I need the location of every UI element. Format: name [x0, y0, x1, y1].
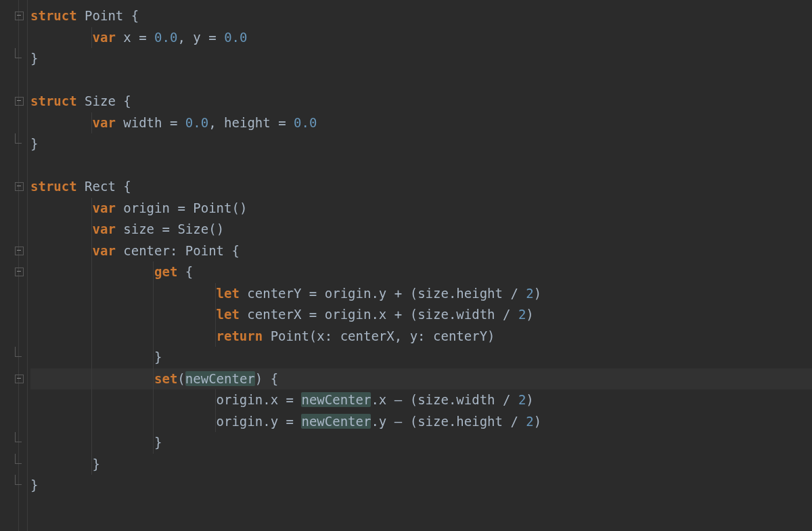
- code-line[interactable]: }: [30, 475, 812, 496]
- indent: [30, 115, 93, 130]
- fold-toggle-icon[interactable]: [15, 268, 24, 276]
- code-line[interactable]: }: [30, 133, 812, 155]
- gutter-row[interactable]: [0, 261, 27, 283]
- gutter-row[interactable]: [0, 27, 27, 49]
- gutter-row[interactable]: [0, 70, 27, 91]
- number-literal: 0.0: [224, 30, 247, 45]
- gutter-row[interactable]: [0, 283, 27, 305]
- gutter-row[interactable]: [0, 475, 27, 496]
- punctuation: .: [371, 286, 378, 301]
- punctuation: {: [271, 371, 278, 386]
- operator: +: [394, 286, 402, 301]
- code-line[interactable]: [30, 155, 812, 177]
- code-line[interactable]: return Point(x: centerX, y: centerY): [30, 326, 812, 347]
- gutter-row[interactable]: [0, 326, 27, 347]
- indent-guide: [91, 304, 92, 326]
- code-line[interactable]: }: [30, 347, 812, 368]
- code-line[interactable]: var origin = Point(): [30, 198, 812, 219]
- indent: [30, 349, 154, 364]
- code-line[interactable]: }: [30, 432, 812, 454]
- indent: [30, 200, 93, 215]
- punctuation: }: [30, 136, 38, 151]
- gutter-row[interactable]: [0, 198, 27, 219]
- punctuation: (): [208, 221, 224, 236]
- gutter-row[interactable]: [0, 176, 27, 198]
- indent-guide: [153, 411, 154, 433]
- gutter-row[interactable]: [0, 155, 27, 177]
- identifier: x: [123, 30, 131, 45]
- gutter-row[interactable]: [0, 240, 27, 262]
- fold-toggle-icon[interactable]: [15, 375, 24, 383]
- gutter-row[interactable]: [0, 219, 27, 240]
- code-line[interactable]: set(newCenter) {: [30, 368, 812, 390]
- gutter-row[interactable]: [0, 411, 27, 433]
- indent: [30, 264, 154, 279]
- code-line[interactable]: var width = 0.0, height = 0.0: [30, 112, 812, 134]
- gutter-row[interactable]: [0, 454, 27, 475]
- code-line[interactable]: struct Size {: [30, 91, 812, 112]
- punctuation: ): [255, 371, 263, 386]
- fold-end-icon: [15, 438, 22, 446]
- keyword: struct: [30, 8, 77, 23]
- indent-guide: [153, 326, 154, 347]
- highlighted-identifier: newCenter: [301, 414, 371, 429]
- code-area[interactable]: struct Point { var x = 0.0, y = 0.0}stru…: [28, 0, 812, 531]
- indent: [30, 328, 217, 343]
- code-line[interactable]: }: [30, 48, 812, 70]
- code-line[interactable]: struct Point {: [30, 5, 812, 27]
- punctuation: ,: [208, 115, 216, 130]
- indent-guide: [153, 304, 154, 326]
- gutter-row[interactable]: [0, 347, 27, 368]
- code-line[interactable]: let centerX = origin.x + (size.width / 2…: [30, 304, 812, 326]
- type-name: Rect: [85, 179, 116, 194]
- gutter-row[interactable]: [0, 368, 27, 390]
- gutter-row[interactable]: [0, 48, 27, 70]
- identifier: width: [456, 307, 495, 322]
- code-line[interactable]: var x = 0.0, y = 0.0: [30, 27, 812, 49]
- operator: =: [170, 115, 177, 130]
- fold-toggle-icon[interactable]: [15, 97, 24, 106]
- gutter-row[interactable]: [0, 432, 27, 454]
- punctuation: (: [410, 392, 418, 407]
- number-literal: 2: [526, 286, 533, 301]
- number-literal: 0.0: [154, 30, 177, 45]
- punctuation: {: [131, 8, 139, 23]
- type-name: Size: [85, 93, 116, 108]
- code-line[interactable]: struct Rect {: [30, 176, 812, 198]
- indent-guide: [153, 432, 154, 454]
- indent: [30, 456, 93, 471]
- indent-guide: [153, 347, 154, 368]
- punctuation: }: [154, 349, 162, 364]
- code-line[interactable]: var size = Size(): [30, 219, 812, 240]
- operator: /: [503, 392, 510, 407]
- identifier: y: [379, 286, 386, 301]
- code-line[interactable]: origin.y = newCenter.y – (size.height / …: [30, 411, 812, 433]
- identifier: x: [379, 307, 386, 322]
- punctuation: .: [449, 392, 456, 407]
- indent: [30, 307, 217, 322]
- highlighted-identifier: newCenter: [185, 371, 255, 386]
- gutter-row[interactable]: [0, 91, 27, 112]
- fold-toggle-icon[interactable]: [15, 12, 24, 20]
- fold-toggle-icon[interactable]: [15, 247, 24, 255]
- fold-end-icon: [15, 353, 22, 360]
- code-line[interactable]: var center: Point {: [30, 240, 812, 262]
- type-name: Point: [85, 8, 123, 23]
- code-line[interactable]: origin.x = newCenter.x – (size.width / 2…: [30, 389, 812, 411]
- code-line[interactable]: [30, 70, 812, 91]
- gutter-row[interactable]: [0, 133, 27, 155]
- punctuation: .: [449, 414, 456, 429]
- gutter-row[interactable]: [0, 389, 27, 411]
- code-line[interactable]: get {: [30, 261, 812, 283]
- gutter[interactable]: [0, 0, 28, 531]
- identifier: y: [379, 414, 386, 429]
- identifier: height: [456, 286, 503, 301]
- code-line[interactable]: let centerY = origin.y + (size.height / …: [30, 283, 812, 305]
- keyword: var: [93, 30, 116, 45]
- code-editor[interactable]: struct Point { var x = 0.0, y = 0.0}stru…: [0, 0, 812, 531]
- fold-toggle-icon[interactable]: [15, 182, 24, 191]
- gutter-row[interactable]: [0, 112, 27, 134]
- code-line[interactable]: }: [30, 454, 812, 475]
- gutter-row[interactable]: [0, 5, 27, 27]
- gutter-row[interactable]: [0, 304, 27, 326]
